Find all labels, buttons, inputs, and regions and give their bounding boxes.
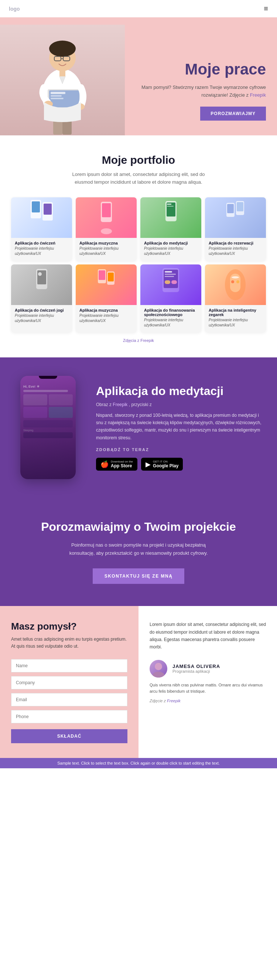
portfolio-category-3: Projektowanie interfejsu użytkownika/UX bbox=[144, 246, 198, 256]
svg-point-48 bbox=[231, 280, 234, 283]
freepik-link[interactable]: Freepik bbox=[250, 92, 266, 98]
portfolio-section: Moje portfolio Lorem ipsum dolor sit ame… bbox=[0, 135, 277, 357]
meditation-cta-text: ZDOBĄDŹ TO TERAZ bbox=[96, 447, 266, 452]
svg-rect-43 bbox=[165, 280, 170, 284]
phone-input[interactable] bbox=[11, 710, 127, 723]
portfolio-item-5[interactable]: Aplikacja do ćwiczeń jogi Projektowanie … bbox=[11, 264, 72, 332]
cta-button[interactable]: SKONTAKTUJ SIĘ ZE MNĄ bbox=[93, 568, 185, 584]
app-store-badge[interactable]: 🍎 Download on the App Store bbox=[96, 458, 138, 471]
portfolio-thumb-6 bbox=[76, 264, 137, 305]
svg-rect-41 bbox=[165, 274, 176, 275]
portfolio-item-4[interactable]: Aplikacja do rezerwacji Projektowanie in… bbox=[205, 197, 266, 261]
testimonial-credit: Zdjęcie z Freepik bbox=[150, 698, 266, 703]
svg-rect-6 bbox=[59, 70, 66, 77]
testimonial-quote: Quis viverra nibh cras pulvinar mattis. … bbox=[150, 682, 266, 695]
svg-rect-9 bbox=[51, 92, 66, 94]
svg-rect-37 bbox=[108, 272, 114, 282]
portfolio-category-7: Projektowanie interfejsu użytkownika/UX bbox=[144, 318, 198, 328]
portfolio-app-name-2: Aplikacja muzyczna bbox=[79, 241, 133, 245]
meditation-phone-area: Hi, Eve! ☀ Sleeping bbox=[11, 376, 85, 479]
portfolio-thumb-1 bbox=[11, 197, 72, 238]
hero-description: Mam pomysł? Stwórzmy razem Twoje wymarzo… bbox=[128, 84, 266, 99]
portfolio-app-name-6: Aplikacja muzyczna bbox=[79, 308, 133, 312]
testimonial-text: Lorem ipsum dolor sit amet, consectetur … bbox=[150, 621, 266, 651]
svg-point-50 bbox=[155, 663, 162, 670]
hero-cta-button[interactable]: POROZMAWIAJMY bbox=[200, 107, 266, 121]
header: logo ≡ bbox=[0, 0, 277, 18]
svg-rect-26 bbox=[167, 206, 174, 207]
portfolio-grid-row2: Aplikacja do ćwiczeń jogi Projektowanie … bbox=[11, 264, 266, 332]
portfolio-item-1[interactable]: Aplikacja do ćwiczeń Projektowanie inter… bbox=[11, 197, 72, 261]
portfolio-category-8: Projektowanie interfejsu użytkownika/UX bbox=[209, 318, 262, 328]
contact-description: Amet tellus cras adipiscing enim eu turp… bbox=[11, 636, 127, 650]
portfolio-category-2: Projektowanie interfejsu użytkownika/UX bbox=[79, 246, 133, 256]
svg-rect-25 bbox=[167, 204, 171, 205]
svg-rect-10 bbox=[51, 95, 62, 97]
name-input[interactable] bbox=[11, 659, 127, 672]
portfolio-item-6[interactable]: Aplikacja muzyczna Projektowanie interfe… bbox=[76, 264, 137, 332]
portfolio-item-3[interactable]: Aplikacja do medytacji Projektowanie int… bbox=[140, 197, 201, 261]
portfolio-app-name-5: Aplikacja do ćwiczeń jogi bbox=[15, 308, 68, 312]
svg-rect-28 bbox=[227, 204, 234, 213]
author-avatar bbox=[150, 660, 167, 678]
author-name: JAMESA OLIVERA bbox=[173, 663, 220, 669]
logo: logo bbox=[9, 6, 20, 12]
meditation-title: Aplikacja do medytacji bbox=[96, 384, 266, 398]
svg-point-49 bbox=[236, 280, 239, 283]
svg-point-47 bbox=[232, 276, 239, 278]
hero-person-image bbox=[0, 25, 125, 135]
portfolio-thumb-3 bbox=[140, 197, 201, 238]
svg-rect-33 bbox=[38, 272, 42, 276]
google-play-badge[interactable]: ▶ GET IT ON Google Play bbox=[141, 458, 183, 471]
contact-right-panel: Lorem ipsum dolor sit amet, consectetur … bbox=[139, 606, 277, 757]
portfolio-category-1: Projektowanie interfejsu użytkownika/UX bbox=[15, 246, 68, 256]
testimonial-freepik-link[interactable]: Freepik bbox=[167, 698, 181, 703]
svg-rect-35 bbox=[99, 270, 105, 280]
portfolio-thumb-4 bbox=[205, 197, 266, 238]
contact-left-panel: Masz pomysł? Amet tellus cras adipiscing… bbox=[0, 606, 139, 757]
svg-rect-11 bbox=[51, 98, 64, 99]
meditation-content: Aplikacja do medytacji Obraz z Freepik ,… bbox=[96, 384, 266, 471]
freepik-portfolio-link[interactable]: Zdjęcia z Freepik bbox=[123, 338, 154, 343]
portfolio-freepik-credit: Zdjęcia z Freepik bbox=[11, 338, 266, 343]
svg-rect-17 bbox=[32, 201, 40, 212]
meditation-description: Nispand, stworzony z ponad 100-letnią wi… bbox=[96, 412, 266, 442]
portfolio-category-4: Projektowanie interfejsu użytkownika/UX bbox=[209, 246, 262, 256]
portfolio-app-name-3: Aplikacja do medytacji bbox=[144, 241, 198, 245]
svg-rect-30 bbox=[237, 202, 243, 212]
sample-text-content: Sample text. Click to select the text bo… bbox=[57, 761, 220, 765]
sample-text-bar: Sample text. Click to select the text bo… bbox=[0, 758, 277, 768]
hamburger-menu-icon[interactable]: ≡ bbox=[264, 5, 268, 13]
portfolio-thumb-5 bbox=[11, 264, 72, 305]
hero-title: Moje prace bbox=[128, 61, 266, 78]
svg-rect-42 bbox=[165, 276, 174, 277]
portfolio-description: Lorem ipsum dolor sit amet, consectetur … bbox=[65, 171, 212, 186]
portfolio-app-name-4: Aplikacja do rezerwacji bbox=[209, 241, 262, 245]
meditation-section: Hi, Eve! ☀ Sleeping Aplikacja do medytac… bbox=[0, 357, 277, 498]
company-input[interactable] bbox=[11, 676, 127, 689]
contact-section: Masz pomysł? Amet tellus cras adipiscing… bbox=[0, 606, 277, 757]
apple-icon: 🍎 bbox=[101, 460, 109, 468]
contact-form: SKŁADAĆ bbox=[11, 659, 127, 743]
portfolio-grid-row1: Aplikacja do ćwiczeń Projektowanie inter… bbox=[11, 197, 266, 261]
svg-point-22 bbox=[101, 228, 112, 234]
google-play-icon: ▶ bbox=[146, 460, 151, 468]
svg-point-2 bbox=[49, 41, 76, 57]
email-input[interactable] bbox=[11, 693, 127, 706]
portfolio-item-8[interactable]: Aplikacja na inteligentny zegarek Projek… bbox=[205, 264, 266, 332]
meditation-freepik-link[interactable]: Freepik bbox=[113, 402, 127, 407]
meditation-subtitle: Obraz z Freepik , przyciski z bbox=[96, 402, 266, 407]
portfolio-title: Moje portfolio bbox=[11, 154, 266, 166]
portfolio-app-name-8: Aplikacja na inteligentny zegarek bbox=[209, 308, 262, 317]
svg-rect-21 bbox=[102, 203, 111, 217]
hero-person-svg bbox=[29, 29, 96, 135]
svg-rect-19 bbox=[43, 204, 52, 215]
submit-button[interactable]: SKŁADAĆ bbox=[11, 729, 127, 743]
portfolio-item-7[interactable]: Aplikacja do finansowania społecznościow… bbox=[140, 264, 201, 332]
meditation-phone-mockup: Hi, Eve! ☀ Sleeping bbox=[20, 376, 76, 479]
cta-description: Poinformuj nas o swoim pomyśle na projek… bbox=[68, 541, 209, 557]
portfolio-thumb-2 bbox=[76, 197, 137, 238]
cta-title: Porozmawiajmy o Twoim projekcie bbox=[11, 520, 266, 534]
portfolio-item-2[interactable]: Aplikacja muzyczna Projektowanie interfe… bbox=[76, 197, 137, 261]
hero-section: Moje prace Mam pomysł? Stwórzmy razem Tw… bbox=[0, 18, 277, 135]
